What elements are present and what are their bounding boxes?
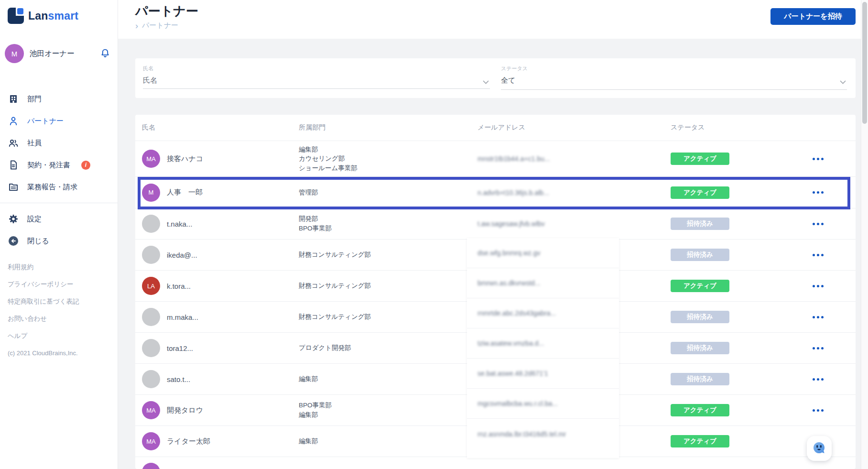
table-row[interactable]: MA [135,457,856,469]
row-actions-menu-button[interactable] [813,313,827,321]
partner-name: 人事 一郎 [167,188,203,197]
name-filter-field: 氏名 [143,65,490,89]
partner-avatar: M [142,184,160,202]
chevron-down-icon[interactable] [483,80,489,84]
row-actions-menu-button[interactable] [813,155,827,163]
chat-widget-button[interactable] [807,436,832,461]
sidebar-item-partners[interactable]: パートナー [0,110,118,132]
status-badge: 招待済み [671,311,729,323]
partner-avatar [142,215,160,233]
email-suggestion-redacted[interactable]: bmrwn.as.dkvrwstd... [467,268,619,298]
row-actions-menu-button[interactable] [813,375,827,383]
partner-name: k.tora... [167,282,191,290]
partner-status-cell: アクティブ [671,186,806,199]
partner-avatar [142,370,160,388]
lansmart-logo-icon [8,8,24,24]
partner-name: ikeda@... [167,251,197,259]
partner-email-redacted: mnstr1tb1b44.a+c1.bu... [477,155,671,163]
email-suggestion-redacted[interactable]: se.bat.aswe.48.2d671'1 [467,359,619,389]
partner-avatar [142,308,160,326]
row-actions-menu-button[interactable] [813,251,827,259]
sidebar-item-label: 業務報告・請求 [27,183,77,192]
link-privacy-policy[interactable]: プライバシーポリシー [0,276,118,293]
sidebar-item-reports[interactable]: 業務報告・請求 [0,176,118,198]
partner-departments: 編集部 [299,436,477,446]
partner-departments: 編集部カウセリング部ショールーム事業部 [299,145,477,173]
row-actions-menu-button[interactable] [813,220,827,228]
link-terms[interactable]: 利用規約 [0,259,118,276]
link-commercial-transactions[interactable]: 特定商取引に基づく表記 [0,293,118,310]
status-filter-select[interactable]: 全て [501,72,847,90]
sidebar-item-label: 部門 [27,95,42,104]
status-badge: アクティブ [671,280,729,292]
partner-name: 接客ハナコ [167,154,203,164]
partner-departments: 財務コンサルティング部 [299,312,477,322]
partner-avatar [142,246,160,264]
sidebar-item-label: 社員 [27,139,42,148]
partner-email-redacted: t.aw.sagesaw.jfvb.wlbv [477,220,671,228]
scrollbar-thumb[interactable] [862,2,867,124]
breadcrumb: › パートナー [135,21,178,30]
table-header-row: 氏名 所属部門 メールアドレス ステータス [135,115,856,141]
partner-departments: プロダクト開発部 [299,343,477,353]
logo-text-dark: Lan [28,10,48,22]
chevron-down-icon[interactable] [840,80,846,84]
partner-avatar: MA [142,463,160,469]
email-suggestion-redacted[interactable]: mgcsvmalbcba.wu.r.cl.ba... [467,389,619,419]
partner-status-cell: 招待済み [671,342,806,354]
sidebar-divider [0,203,118,203]
row-actions-menu-button[interactable] [813,344,827,352]
link-help[interactable]: ヘルプ [0,327,118,345]
status-badge: 招待済み [671,373,729,385]
table-row[interactable]: M 人事 一郎 管理部 n.advrb+t10.36js.b.alb... アク… [135,177,856,208]
sidebar-item-settings[interactable]: 設定 [0,208,118,230]
column-header-status: ステータス [671,123,806,132]
status-filter-label: ステータス [501,65,847,72]
partner-name-cell: ikeda@... [142,246,299,264]
app-logo[interactable]: Lansmart [8,8,118,24]
partner-name-cell: MA 開発タロウ [142,401,299,419]
row-actions-menu-button[interactable] [813,406,827,414]
email-suggestion-redacted[interactable]: rnz.asnmda.lbr.t3416d5.tel.mr [467,419,619,449]
alert-info-badge: i [81,161,90,170]
email-suggestion-redacted[interactable]: rnmrtde.abc.2ds43gabra... [467,298,619,328]
invite-partner-button[interactable]: パートナーを招待 [770,8,856,25]
email-suggestion-redacted[interactable]: dse.wfg.bnmrq.wz.gv [467,238,619,268]
scrollbar-track[interactable] [861,0,868,469]
sidebar-item-collapse[interactable]: 閉じる [0,230,118,252]
partner-name-cell: MA ライター太郎 [142,432,299,450]
gear-icon [8,213,19,225]
sidebar-item-departments[interactable]: 部門 [0,88,118,110]
partner-departments: 編集部 [299,374,477,384]
sidebar-item-label: 設定 [27,215,42,224]
row-actions-menu-button[interactable] [813,282,827,290]
link-contact[interactable]: お問い合わせ [0,310,118,327]
partner-avatar: LA [142,277,160,295]
sidebar-item-contracts[interactable]: 契約・発注書 i [0,154,118,176]
partner-name-cell: LA k.tora... [142,277,299,295]
sidebar-item-employees[interactable]: 社員 [0,132,118,154]
app-logo-text: Lansmart [28,10,78,22]
row-actions-menu-button[interactable] [813,188,827,196]
partner-status-cell: 招待済み [671,311,806,323]
partner-name: ライター太郎 [167,437,210,446]
partner-name-cell: MA 接客ハナコ [142,150,299,168]
notification-bell-icon[interactable] [99,48,111,59]
partner-status-cell: 招待済み [671,249,806,261]
email-suggestion-redacted[interactable]: tziw.asatew.vmzba.d... [467,328,619,359]
partner-status-cell: アクティブ [671,153,806,165]
status-badge: アクティブ [671,435,729,447]
table-row[interactable]: t.naka... 開発部BPO事業部 t.aw.sagesaw.jfvb.wl… [135,208,856,240]
breadcrumb-item[interactable]: パートナー [142,21,178,30]
name-filter-label: 氏名 [143,65,490,72]
filter-panel: 氏名 ステータス 全て [135,58,856,98]
name-filter-input[interactable] [143,72,490,89]
column-header-department: 所属部門 [299,123,477,132]
table-row[interactable]: MA 接客ハナコ 編集部カウセリング部ショールーム事業部 mnstr1tb1b4… [135,141,856,177]
people-icon [8,137,19,149]
partner-departments: 開発部BPO事業部 [299,214,477,233]
partner-name-cell: m.maka... [142,308,299,326]
partner-status-cell: 招待済み [671,373,806,385]
building-icon [8,93,19,105]
partner-departments: BPO事業部編集部 [299,401,477,419]
